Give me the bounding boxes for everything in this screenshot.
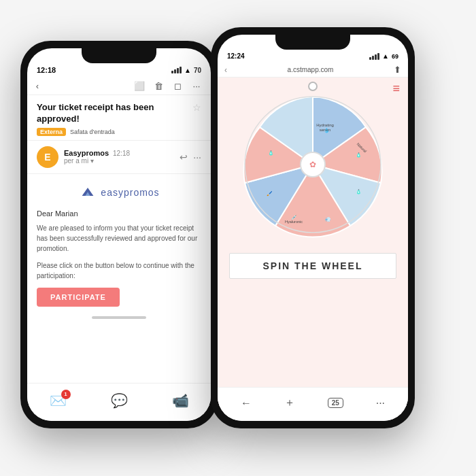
p2-share-icon[interactable]: ⬆ <box>394 65 401 75</box>
phone2: 12:24 ▲ 69 ‹ a.cstmapp.com ⬆ <box>211 27 415 428</box>
logo-label: easypromos <box>101 187 159 198</box>
p2-nav-tabs[interactable]: 25 <box>328 398 343 408</box>
p2-content: ≡ <box>218 78 408 417</box>
sender-name: Easypromos <box>64 149 109 157</box>
safata-badge: Safata d'entrada <box>70 129 115 135</box>
p1-nav-mail[interactable]: ✉️ 1 <box>50 392 67 409</box>
video-icon: 📹 <box>172 392 189 409</box>
bar1 <box>171 71 173 73</box>
svg-text:Hydrating: Hydrating <box>316 123 334 127</box>
p1-email-header: Your ticket receipt has been approved! ☆… <box>27 95 211 141</box>
p2-wifi-icon: ▲ <box>382 52 389 60</box>
participate-button[interactable]: PARTICIPATE <box>37 288 120 307</box>
svg-text:✿: ✿ <box>309 160 316 169</box>
notch2 <box>275 35 350 50</box>
p1-body: easypromos Dear Marian We are pleased to… <box>27 174 211 313</box>
p2-bar2 <box>372 56 374 60</box>
p2-bottom-nav: ← ＋ 25 ··· <box>218 387 408 421</box>
notch1 <box>82 48 156 63</box>
mail-badge: 1 <box>61 390 71 399</box>
back-icon[interactable]: ‹ <box>31 80 44 92</box>
p2-more-icon: ··· <box>376 397 385 409</box>
p2-url: a.cstmapp.com <box>288 66 334 73</box>
easypromos-logo: easypromos <box>37 181 201 209</box>
p1-sender: E Easypromos 12:18 per a mi ▾ ↩ ··· <box>27 141 211 174</box>
signal-bars <box>171 67 182 73</box>
p1-toolbar-icons: ⬜ 🗑 ◻ ··· <box>133 80 203 92</box>
p1-subject: Your ticket receipt has been approved! <box>37 102 188 125</box>
externa-badge: Externa <box>37 128 66 136</box>
phone1: 12:18 ▲ 70 ‹ ⬜ 🗑 ◻ <box>20 41 218 428</box>
p1-body-text: We are pleased to inform you that your t… <box>37 223 201 254</box>
p1-body-text2: Please click on the button below to cont… <box>37 260 201 281</box>
svg-text:🧴: 🧴 <box>356 152 362 158</box>
p1-toolbar: ‹ ⬜ 🗑 ◻ ··· <box>27 77 211 95</box>
wheel-pin <box>308 82 318 91</box>
trash-icon[interactable]: 🗑 <box>152 80 165 92</box>
hamburger-menu-icon[interactable]: ≡ <box>392 82 400 96</box>
p1-badges: Externa Safata d'entrada <box>37 128 201 136</box>
sender-time: 12:18 <box>113 150 130 157</box>
p2-signal <box>369 53 379 60</box>
p2-battery: 69 <box>392 53 398 60</box>
label-icon[interactable]: ◻ <box>171 80 184 92</box>
reply-icon[interactable]: ↩ <box>180 152 188 163</box>
star-icon[interactable]: ☆ <box>192 102 201 113</box>
p1-nav-chat[interactable]: 💬 <box>111 392 128 409</box>
svg-text:💨: 💨 <box>325 216 331 222</box>
archive-icon[interactable]: ⬜ <box>133 80 146 92</box>
p2-time: 12:24 <box>227 52 245 60</box>
p1-nav-video[interactable]: 📹 <box>172 392 189 409</box>
p2-back-icon[interactable]: ‹ <box>224 65 227 75</box>
p2-nav-back[interactable]: ← <box>241 397 252 409</box>
wifi-icon: ▲ <box>184 67 191 74</box>
p2-nav-add[interactable]: ＋ <box>284 396 295 410</box>
p2-bar1 <box>369 57 371 60</box>
p1-home-bar <box>92 316 146 319</box>
battery-level: 70 <box>194 67 201 74</box>
logo-container: easypromos <box>78 185 159 200</box>
sender-info: Easypromos 12:18 per a mi ▾ <box>64 149 174 165</box>
sender-actions: ↩ ··· <box>180 152 201 163</box>
more-icon[interactable]: ··· <box>190 80 203 92</box>
bar4 <box>180 67 182 73</box>
p2-back-nav-icon: ← <box>241 397 252 409</box>
scene: 12:18 ▲ 70 ‹ ⬜ 🗑 ◻ <box>0 0 476 476</box>
p1-bottom-nav: ✉️ 1 💬 📹 <box>27 383 211 421</box>
p2-tab-count[interactable]: 25 <box>328 398 343 408</box>
p2-add-icon: ＋ <box>284 396 295 410</box>
svg-text:🧴: 🧴 <box>268 150 274 156</box>
chat-icon: 💬 <box>111 392 128 409</box>
svg-text:serum: serum <box>320 128 331 132</box>
p1-greeting: Dear Marian <box>37 209 201 218</box>
bar2 <box>174 69 176 73</box>
p2-browser-bar: ‹ a.cstmapp.com ⬆ <box>218 63 408 78</box>
more-options-icon[interactable]: ··· <box>193 152 201 163</box>
spin-wheel: 💧 Hydrating serum 🧴 Natural 🧴 💨 💉 Hyalur… <box>238 90 388 239</box>
p2-status-bar: 12:24 ▲ 69 <box>218 50 408 63</box>
wheel-svg: 💧 Hydrating serum 🧴 Natural 🧴 💨 💉 Hyalur… <box>238 90 388 239</box>
p2-status-right: ▲ 69 <box>369 52 398 60</box>
p2-nav-more[interactable]: ··· <box>376 397 385 409</box>
spin-wheel-button[interactable]: SPIN THE WHEEL <box>229 253 396 279</box>
p2-bar4 <box>377 53 379 60</box>
p2-bar3 <box>375 54 377 60</box>
chevron-down-icon[interactable]: ▾ <box>90 157 94 165</box>
logo-svg <box>78 185 97 200</box>
p1-status-bar: 12:18 ▲ 70 <box>27 63 211 77</box>
svg-text:Hyaluronic: Hyaluronic <box>285 220 303 224</box>
sender-to: per a mi ▾ <box>64 157 174 165</box>
sender-avatar: E <box>37 146 58 168</box>
svg-text:🧴: 🧴 <box>356 188 362 194</box>
p1-time: 12:18 <box>37 66 56 74</box>
bar3 <box>177 68 179 73</box>
svg-text:🖌️: 🖌️ <box>267 190 273 197</box>
